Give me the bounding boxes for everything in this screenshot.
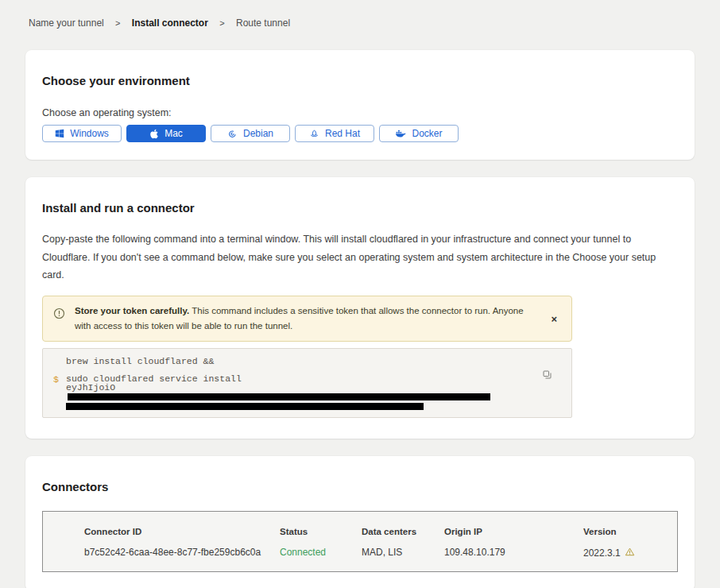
windows-icon bbox=[55, 129, 64, 138]
version-warning-icon bbox=[625, 547, 635, 559]
connectors-card: Connectors Connector ID Status Data cent… bbox=[25, 456, 695, 588]
token-prefix: eyJhIjoiO bbox=[66, 382, 115, 393]
column-header-data-centers: Data centers bbox=[362, 527, 444, 542]
redhat-icon bbox=[309, 129, 319, 139]
environment-card: Choose your environment Choose an operat… bbox=[25, 50, 695, 160]
install-description: Copy-paste the following command into a … bbox=[42, 230, 678, 284]
connectors-table: Connector ID Status Data centers Origin … bbox=[42, 511, 678, 572]
os-button-label: Mac bbox=[165, 128, 183, 139]
dismiss-warning-button[interactable]: × bbox=[548, 311, 560, 327]
os-button-group: Windows Mac Debian bbox=[42, 125, 678, 142]
docker-icon bbox=[395, 129, 406, 138]
breadcrumb-separator: > bbox=[115, 18, 120, 28]
info-icon bbox=[53, 308, 65, 323]
breadcrumb: Name your tunnel > Install connector > R… bbox=[0, 0, 720, 29]
install-connector-card: Install and run a connector Copy-paste t… bbox=[25, 177, 695, 439]
column-header-origin-ip: Origin IP bbox=[444, 527, 583, 542]
token-warning-banner: Store your token carefully. This command… bbox=[42, 296, 572, 342]
code-line-brew: brew install cloudflared && bbox=[66, 357, 540, 366]
debian-icon bbox=[227, 129, 238, 139]
environment-card-title: Choose your environment bbox=[42, 74, 678, 87]
connectors-card-title: Connectors bbox=[42, 480, 678, 493]
connector-status-cell: Connected bbox=[280, 542, 362, 559]
column-header-version: Version bbox=[583, 527, 669, 542]
page: Name your tunnel > Install connector > R… bbox=[0, 0, 720, 588]
breadcrumb-separator: > bbox=[219, 18, 224, 28]
copy-command-button[interactable] bbox=[542, 369, 552, 382]
os-button-docker[interactable]: Docker bbox=[379, 125, 459, 142]
os-button-label: Debian bbox=[243, 128, 273, 139]
install-card-title: Install and run a connector bbox=[42, 201, 678, 215]
os-button-windows[interactable]: Windows bbox=[42, 125, 122, 142]
os-button-label: Windows bbox=[70, 128, 109, 139]
redacted-token-bar bbox=[66, 403, 424, 410]
connector-data-centers-cell: MAD, LIS bbox=[362, 542, 444, 559]
os-button-mac[interactable]: Mac bbox=[126, 125, 206, 142]
os-button-label: Docker bbox=[412, 128, 442, 139]
warning-text: Store your token carefully. This command… bbox=[75, 304, 524, 335]
shell-prompt: $ bbox=[53, 374, 59, 385]
breadcrumb-step-name-your-tunnel[interactable]: Name your tunnel bbox=[29, 17, 104, 29]
breadcrumb-step-route-tunnel[interactable]: Route tunnel bbox=[236, 17, 290, 29]
command-code-block: brew install cloudflared && $ sudo cloud… bbox=[42, 348, 572, 419]
warning-text-bold: Store your token carefully. bbox=[75, 306, 189, 315]
column-header-status: Status bbox=[280, 527, 362, 542]
connector-id-cell: b7c52c42-6caa-48ee-8c77-fbe259cb6c0a bbox=[84, 542, 280, 559]
version-value: 2022.3.1 bbox=[583, 547, 621, 559]
os-select-label: Choose an operating system: bbox=[42, 107, 678, 118]
os-button-redhat[interactable]: Red Hat bbox=[295, 125, 374, 142]
connector-version-cell: 2022.3.1 bbox=[583, 542, 669, 559]
os-button-debian[interactable]: Debian bbox=[211, 125, 290, 142]
copy-icon bbox=[542, 370, 552, 382]
breadcrumb-step-install-connector[interactable]: Install connector bbox=[132, 17, 208, 29]
apple-icon bbox=[149, 129, 159, 139]
redacted-token-bar bbox=[68, 393, 490, 400]
os-button-label: Red Hat bbox=[325, 128, 360, 139]
connector-origin-ip-cell: 109.48.10.179 bbox=[444, 542, 583, 559]
code-line-install: sudo cloudflared service install bbox=[66, 374, 540, 384]
column-header-connector-id: Connector ID bbox=[84, 527, 280, 542]
